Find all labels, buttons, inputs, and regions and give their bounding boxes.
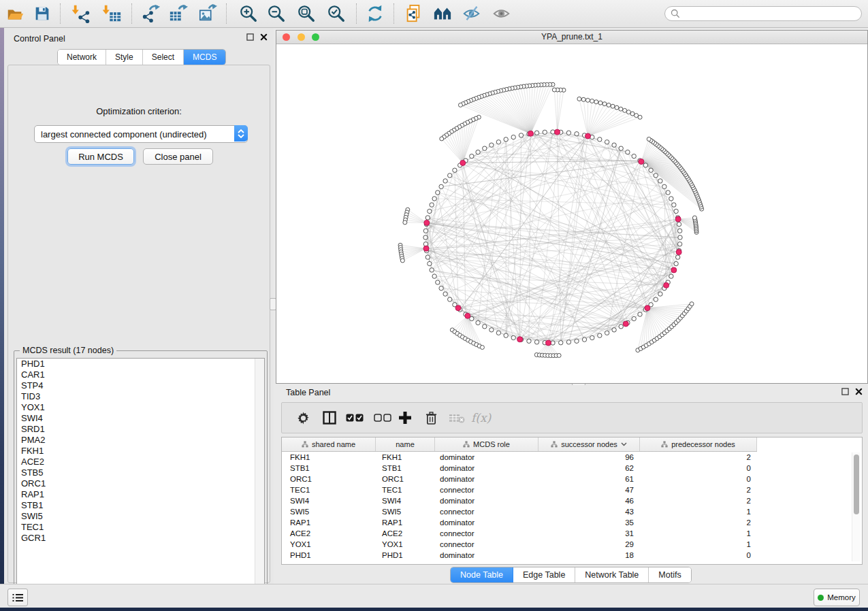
- column-header-predecessor-nodes[interactable]: predecessor nodes: [640, 437, 757, 451]
- table-row[interactable]: FKH1FKH1dominator962: [282, 452, 757, 463]
- table-settings-icon[interactable]: [297, 403, 310, 433]
- zoom-out-icon[interactable]: [265, 2, 288, 25]
- table-row[interactable]: SWI4SWI4dominator462: [282, 495, 757, 506]
- export-network-icon[interactable]: [140, 2, 163, 25]
- column-header-successor-nodes[interactable]: successor nodes: [539, 437, 640, 451]
- table-cell: connector: [435, 486, 539, 494]
- mcds-result-list[interactable]: PHD1CAR1STP4TID3YOX1SWI4SRD1PMA2FKH1ACE2…: [16, 358, 265, 602]
- delete-column-icon[interactable]: [425, 403, 437, 433]
- tab-node-table[interactable]: Node Table: [451, 567, 513, 582]
- table-row[interactable]: ACE2ACE2connector311: [282, 528, 757, 539]
- tab-select[interactable]: Select: [143, 50, 184, 65]
- list-item[interactable]: YOX1: [17, 402, 264, 413]
- table-row[interactable]: ORC1ORC1dominator610: [282, 474, 757, 484]
- list-item[interactable]: CAR1: [17, 369, 264, 380]
- table-scrollbar-thumb[interactable]: [854, 455, 859, 514]
- table-cell: ORC1: [376, 475, 435, 483]
- optimization-criterion-select[interactable]: largest connected component (undirected): [34, 125, 248, 143]
- mcds-list-scrollbar[interactable]: [255, 359, 264, 601]
- tab-motifs[interactable]: Motifs: [649, 567, 690, 582]
- table-cell: 1: [640, 529, 757, 538]
- list-item[interactable]: PHD1: [17, 359, 264, 369]
- select-all-icon[interactable]: [346, 403, 364, 433]
- memory-label: Memory: [827, 593, 856, 601]
- table-cell: dominator: [435, 475, 539, 483]
- table-scrollbar[interactable]: [852, 452, 861, 561]
- table-cell: 2: [640, 497, 757, 505]
- column-header-shared-name[interactable]: shared name: [282, 437, 376, 451]
- table-cell: TEC1: [376, 486, 435, 494]
- open-icon[interactable]: [3, 2, 27, 25]
- close-panel-icon[interactable]: [855, 388, 863, 395]
- list-item[interactable]: FKH1: [17, 446, 264, 457]
- mcds-result-title: MCDS result (17 nodes): [20, 346, 116, 355]
- add-column-icon[interactable]: [399, 403, 411, 433]
- zoom-in-icon[interactable]: [237, 2, 260, 25]
- table-row[interactable]: STB1STB1dominator620: [282, 463, 757, 474]
- column-header-label: shared name: [312, 440, 355, 448]
- export-image-icon[interactable]: [196, 2, 219, 25]
- apply-layout-icon[interactable]: [364, 2, 387, 25]
- list-item[interactable]: SWI4: [17, 413, 264, 424]
- table-row[interactable]: SWI5SWI5connector431: [282, 506, 757, 517]
- zoom-selected-icon[interactable]: [325, 2, 348, 25]
- deselect-all-icon[interactable]: [374, 403, 391, 433]
- hide-selected-icon[interactable]: [460, 2, 483, 25]
- list-item[interactable]: TID3: [17, 391, 264, 402]
- delete-table-icon-disabled: [449, 403, 465, 433]
- memory-button[interactable]: Memory: [814, 589, 860, 606]
- show-column-panel-icon[interactable]: [323, 403, 336, 433]
- close-panel-icon[interactable]: [260, 33, 268, 41]
- network-canvas[interactable]: [276, 44, 867, 383]
- column-header-MCDS-role[interactable]: MCDS role: [435, 437, 539, 451]
- first-neighbors-icon[interactable]: [431, 2, 454, 25]
- table-row[interactable]: YOX1YOX1connector291: [282, 539, 757, 550]
- list-item[interactable]: PMA2: [17, 435, 264, 446]
- table-row[interactable]: PHD1PHD1dominator180: [282, 550, 757, 561]
- new-network-from-selection-icon[interactable]: [402, 2, 425, 25]
- save-icon[interactable]: [31, 2, 54, 25]
- network-window-titlebar[interactable]: YPA_prune.txt_1: [276, 31, 867, 44]
- tab-network-table[interactable]: Network Table: [575, 567, 649, 582]
- list-item[interactable]: ACE2: [17, 457, 264, 467]
- list-item[interactable]: TEC1: [17, 522, 264, 533]
- show-all-icon[interactable]: [490, 2, 513, 25]
- list-item[interactable]: STB5: [17, 467, 264, 478]
- import-table-icon[interactable]: [101, 2, 124, 25]
- table-cell: SWI5: [376, 508, 435, 516]
- table-cell: 31: [539, 529, 640, 538]
- list-item[interactable]: STB1: [17, 500, 264, 511]
- task-history-button[interactable]: [7, 589, 28, 606]
- tab-style[interactable]: Style: [106, 50, 143, 65]
- table-row[interactable]: TEC1TEC1connector472: [282, 484, 757, 495]
- list-item[interactable]: STP4: [17, 380, 264, 391]
- sort-menu-icon[interactable]: [621, 442, 627, 446]
- control-panel: Control Panel NetworkStyleSelectMCDS Opt…: [4, 28, 274, 584]
- zoom-fit-icon[interactable]: [295, 2, 318, 25]
- table-cell: RAP1: [376, 518, 435, 527]
- column-type-icon: [302, 441, 308, 448]
- list-item[interactable]: GCR1: [17, 533, 264, 544]
- import-network-icon[interactable]: [70, 2, 93, 25]
- search-icon: [671, 9, 680, 18]
- table-cell: 0: [640, 475, 757, 483]
- float-panel-icon[interactable]: [246, 33, 254, 41]
- float-panel-icon[interactable]: [841, 388, 849, 395]
- export-table-icon[interactable]: [167, 2, 190, 25]
- table-cell: ACE2: [282, 529, 376, 538]
- tab-mcds[interactable]: MCDS: [184, 50, 225, 65]
- run-mcds-button[interactable]: Run MCDS: [67, 148, 134, 165]
- table-row[interactable]: RAP1RAP1dominator352: [282, 517, 757, 528]
- list-item[interactable]: SWI5: [17, 511, 264, 522]
- search-input[interactable]: [664, 6, 862, 21]
- list-item[interactable]: SRD1: [17, 424, 264, 435]
- tab-edge-table[interactable]: Edge Table: [513, 567, 575, 582]
- list-item[interactable]: RAP1: [17, 489, 264, 500]
- table-cell: FKH1: [376, 453, 435, 461]
- tab-network[interactable]: Network: [58, 50, 106, 65]
- node-table[interactable]: shared namenameMCDS rolesuccessor nodesp…: [281, 437, 863, 565]
- list-item[interactable]: ORC1: [17, 478, 264, 489]
- close-panel-button[interactable]: Close panel: [143, 148, 213, 165]
- column-header-name[interactable]: name: [376, 437, 435, 451]
- mcds-result-fieldset: MCDS result (17 nodes) PHD1CAR1STP4TID3Y…: [14, 350, 268, 605]
